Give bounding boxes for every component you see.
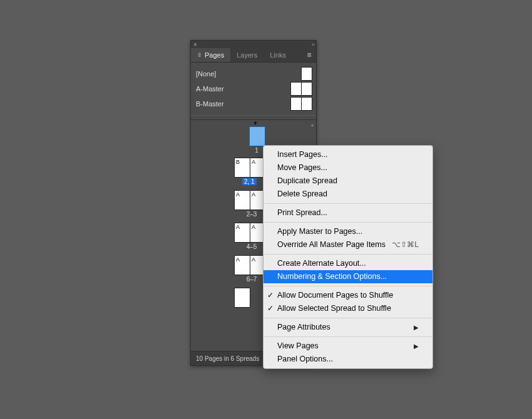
page-prefix: A (236, 224, 240, 230)
menu-item[interactable]: Panel Options... (263, 353, 432, 366)
menu-separator (263, 254, 432, 255)
menu-item-label: Print Spread... (277, 208, 327, 218)
menu-item-label: Allow Document Pages to Shuffle (277, 290, 393, 301)
master-b[interactable]: B-Master (191, 96, 316, 111)
menu-separator (263, 222, 432, 223)
tab-layers[interactable]: Layers (230, 48, 263, 62)
page-prefix: A (252, 224, 255, 230)
close-icon[interactable]: × (193, 41, 197, 48)
menu-item[interactable]: ✓Allow Document Pages to Shuffle (263, 289, 432, 302)
menu-item[interactable]: Duplicate Spread (263, 174, 432, 188)
menu-item-label: Panel Options... (277, 354, 333, 365)
menu-item[interactable]: Delete Spread (263, 188, 432, 201)
updown-icon: ⇳ (197, 52, 202, 58)
submenu-arrow-icon: ▶ (414, 322, 419, 333)
page-thumb[interactable]: A (234, 255, 250, 275)
menu-item-label: Duplicate Spread (277, 176, 337, 186)
context-menu: Insert Pages...Move Pages...Duplicate Sp… (263, 145, 433, 369)
submenu-arrow-icon: ▶ (414, 341, 419, 351)
menu-item-label: Allow Selected Spread to Shuffle (277, 303, 391, 314)
menu-item-label: Numbering & Section Options... (277, 271, 387, 282)
tab-pages[interactable]: ⇳ Pages (191, 48, 230, 62)
menu-item-label: Apply Master to Pages... (277, 226, 362, 237)
page-thumb[interactable] (249, 126, 265, 146)
panel-tabs: ⇳ Pages Layers Links ≡ (191, 48, 316, 63)
page-number: 4–5 (245, 243, 258, 250)
master-label: [None] (191, 70, 301, 78)
page-prefix: A (236, 191, 240, 198)
menu-item[interactable]: Page Attributes▶ (263, 321, 432, 334)
master-a[interactable]: A-Master (191, 81, 316, 96)
page-number: 6–7 (245, 276, 258, 283)
menu-item-label: Delete Spread (277, 189, 327, 199)
menu-item[interactable]: ✓Allow Selected Spread to Shuffle (263, 302, 432, 315)
menu-item-label: Create Alternate Layout... (277, 258, 366, 269)
panel-menu-icon[interactable]: ≡ (302, 48, 316, 62)
master-thumb (290, 82, 302, 96)
master-label: A-Master (191, 85, 290, 93)
master-none[interactable]: [None] (191, 66, 316, 81)
page-prefix: B (236, 159, 240, 165)
menu-item[interactable]: View Pages▶ (263, 340, 432, 353)
tab-label: Links (270, 51, 286, 59)
page-thumb[interactable]: B (234, 158, 250, 178)
tab-links[interactable]: Links (263, 48, 292, 62)
status-text: 10 Pages in 6 Spreads (196, 355, 259, 362)
menu-item-label: Override All Master Page Items (277, 240, 386, 250)
menu-separator (263, 336, 432, 337)
master-thumb (301, 97, 312, 111)
check-icon: ✓ (267, 303, 274, 314)
page-number: 2, 1 (242, 178, 257, 185)
menu-item[interactable]: Create Alternate Layout... (263, 257, 432, 270)
check-icon: ✓ (267, 290, 274, 301)
menu-item[interactable]: Numbering & Section Options... (263, 270, 432, 283)
page-thumb[interactable]: A (234, 223, 250, 243)
menu-item[interactable]: Print Spread... (263, 206, 432, 220)
master-thumb (301, 82, 312, 96)
page-prefix: A (252, 191, 255, 198)
page-thumb[interactable]: A (234, 190, 250, 210)
menu-item[interactable]: Move Pages... (263, 161, 432, 174)
menu-item[interactable]: Apply Master to Pages... (263, 225, 432, 238)
tab-label: Pages (205, 51, 224, 59)
menu-shortcut: ⌥⇧⌘L (392, 240, 419, 250)
menu-separator (263, 286, 432, 286)
scroll-up-icon[interactable]: ▴ (310, 123, 315, 128)
page-prefix: A (252, 159, 255, 165)
menu-separator (263, 203, 432, 204)
page-number: 2–3 (245, 211, 258, 218)
page-thumb[interactable] (234, 288, 250, 308)
menu-item-label: Page Attributes (277, 322, 330, 333)
menu-item-label: View Pages (277, 341, 319, 351)
collapse-icon[interactable]: « (312, 41, 314, 48)
section-marker-icon: ▼ (251, 120, 260, 126)
master-thumb (301, 67, 312, 81)
page-prefix: A (236, 256, 240, 263)
masters-list: [None] A-Master B-Master (191, 63, 316, 120)
page-prefix: A (252, 256, 255, 263)
menu-item[interactable]: Insert Pages... (263, 148, 432, 161)
menu-separator (263, 318, 432, 318)
menu-item[interactable]: Override All Master Page Items⌥⇧⌘L (263, 238, 432, 251)
menu-item-label: Insert Pages... (277, 149, 328, 160)
panel-top-bar: × « (191, 41, 316, 48)
tab-label: Layers (237, 51, 257, 59)
menu-item-label: Move Pages... (277, 163, 327, 173)
page-number: 1 (252, 147, 261, 154)
master-thumb (290, 97, 302, 111)
master-label: B-Master (191, 100, 290, 108)
